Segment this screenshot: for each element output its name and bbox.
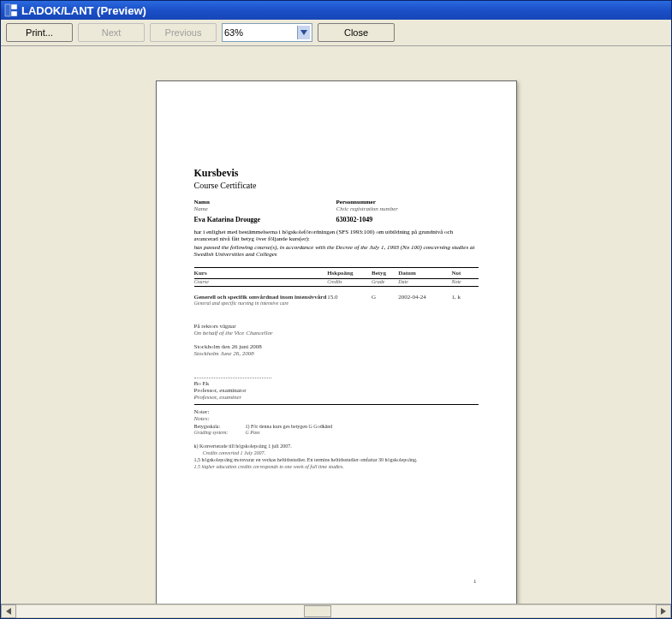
th-note-sv: Not <box>451 270 478 277</box>
th-credits-en: Credits <box>327 279 372 284</box>
th-course-en: Course <box>194 279 328 284</box>
scroll-track[interactable] <box>16 604 656 618</box>
signer-title-en: Professor, examiner <box>194 394 479 401</box>
doc-title: Kursbevis <box>194 167 479 180</box>
row-date: 2002-04-24 <box>398 294 451 301</box>
page-preview: Kursbevis Course Certificate Namn Name P… <box>156 80 517 604</box>
row-grade: G <box>372 294 398 301</box>
grading-text-en: G Pass <box>246 430 260 437</box>
zoom-combobox[interactable]: 63% <box>222 23 312 42</box>
app-icon <box>4 3 18 17</box>
preview-viewport[interactable]: Kursbevis Course Certificate Namn Name P… <box>1 46 671 604</box>
row-credits: 15.0 <box>327 294 372 301</box>
student-pnr: 630302-1049 <box>336 216 479 223</box>
grading-text-sv: 1) För denna kurs ges betygen G Godkänd <box>246 424 333 431</box>
th-note-en: Note <box>451 279 478 284</box>
document-content: Kursbevis Course Certificate Namn Name P… <box>194 167 479 470</box>
signer-title-sv: Professor, examinator <box>194 387 479 394</box>
behalf-en: On behalf of the Vice Chancellor <box>194 330 479 336</box>
pnr-label-en: Civic registration number <box>336 205 398 212</box>
svg-marker-3 <box>300 30 307 35</box>
signer-name: Bo Ek <box>194 380 479 387</box>
intro-en: has passed the following course(s), in a… <box>194 244 479 259</box>
place-date-sv: Stockholm den 26 juni 2008 <box>194 343 479 350</box>
course-table: Kurs Hskpoäng Betyg Datum Not Course Cre… <box>194 267 479 306</box>
doc-subtitle: Course Certificate <box>194 181 479 190</box>
behalf-sv: På rektors vägnar <box>194 323 479 330</box>
horizontal-scrollbar[interactable] <box>1 604 671 618</box>
th-credits-sv: Hskpoäng <box>327 270 372 277</box>
row-title-sv: Generell och specifik omvårdnad inom int… <box>194 294 328 301</box>
svg-marker-4 <box>6 608 11 615</box>
th-date-en: Date <box>398 279 451 284</box>
svg-marker-5 <box>661 608 666 615</box>
hp-explain-sv: 1,5 högskolepoäng motsvarar en veckas he… <box>194 457 479 464</box>
th-course-sv: Kurs <box>194 270 328 277</box>
row-title-en: General and specific nursing in intensiv… <box>194 301 328 306</box>
name-label-en: Name <box>194 205 208 212</box>
scroll-right-button[interactable] <box>656 604 671 618</box>
notes-hdr-sv: Noter: <box>194 408 479 415</box>
pnr-label-sv: Personnummer <box>336 199 376 205</box>
previous-button: Previous <box>150 23 217 42</box>
svg-rect-1 <box>11 4 17 9</box>
th-grade-en: Grade <box>372 279 398 284</box>
scroll-thumb[interactable] <box>304 605 331 617</box>
close-button[interactable]: Close <box>318 23 395 42</box>
row-note: 1, k <box>451 294 478 301</box>
th-date-sv: Datum <box>398 270 451 277</box>
student-name: Eva Katarina Drougge <box>194 216 336 223</box>
window-title: LADOK/LANT (Preview) <box>21 4 146 17</box>
signature-line <box>194 378 271 378</box>
name-label-sv: Namn <box>194 199 210 205</box>
svg-rect-0 <box>5 4 10 16</box>
place-date-en: Stockholm June 26, 2008 <box>194 350 479 357</box>
intro-sv: har i enlighet med bestämmelserna i högs… <box>194 229 479 243</box>
notes-hdr-en: Notes: <box>194 415 479 422</box>
page-number: 1 <box>473 578 477 585</box>
title-bar: LADOK/LANT (Preview) <box>1 1 671 20</box>
preview-window: LADOK/LANT (Preview) Print... Next Previ… <box>0 0 672 619</box>
scroll-left-button[interactable] <box>1 604 16 618</box>
grading-label-en: Grading system: <box>194 430 246 437</box>
hp-explain-en: 1.5 higher education credits corresponds… <box>194 464 479 471</box>
print-button[interactable]: Print... <box>6 23 73 42</box>
zoom-value: 63% <box>224 27 243 38</box>
note-k-en: Credits converted 1 July 2007. <box>194 450 479 457</box>
table-row: Generell och specifik omvårdnad inom int… <box>194 287 479 301</box>
toolbar: Print... Next Previous 63% Close <box>1 20 671 46</box>
next-button: Next <box>78 23 145 42</box>
chevron-down-icon[interactable] <box>297 26 310 39</box>
svg-rect-2 <box>11 11 17 16</box>
th-grade-sv: Betyg <box>372 270 398 277</box>
note-k-sv: k) Konverterade till högskolepoäng 1 jul… <box>194 443 479 450</box>
grading-label-sv: Betygsskala: <box>194 424 246 431</box>
